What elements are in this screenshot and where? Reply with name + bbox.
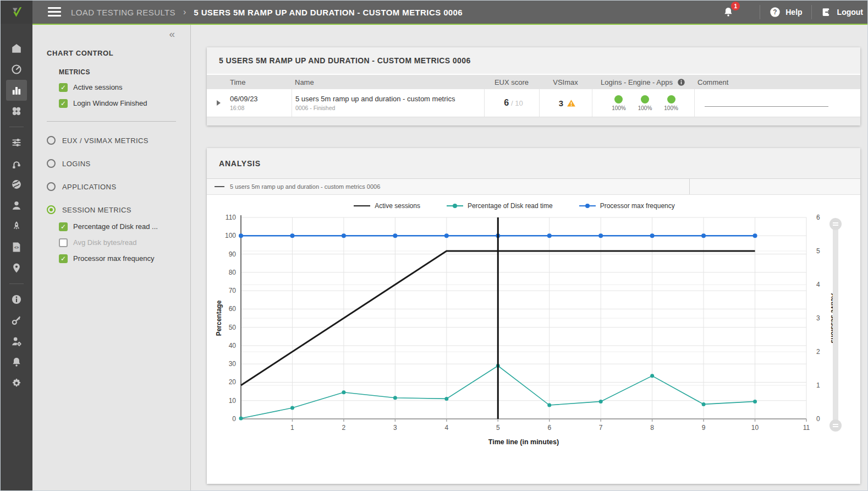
sidebar-item-location-pin[interactable] [6, 258, 27, 279]
svg-text:Time line (in minutes): Time line (in minutes) [488, 438, 559, 446]
sidebar-icon-rail: <> [1, 38, 32, 394]
sidebar-item-gauge[interactable] [6, 59, 27, 80]
svg-text:?: ? [773, 8, 777, 16]
rocket-icon [10, 220, 23, 232]
green-dot-icon [641, 95, 649, 103]
checkbox-avg-disk-bytes-read[interactable]: Avg Disk bytes/read [59, 234, 190, 250]
chart-control-title: CHART CONTROL [47, 49, 190, 57]
sidebar-item-rocket[interactable] [6, 216, 27, 237]
svg-text:70: 70 [229, 287, 237, 294]
sidebar-item-info[interactable] [6, 289, 27, 310]
header-cell-logins-engine-apps[interactable]: Logins - Engine - Apps [592, 78, 694, 86]
sidebar-item-gear[interactable] [6, 373, 27, 394]
divider [760, 5, 760, 19]
legend-item-processor-max-frequency[interactable]: Processor max frequency [579, 202, 675, 210]
radio-label: EUX / VSIMAX METRICS [62, 137, 149, 145]
chart-control-panel: « CHART CONTROL METRICS ✓Active sessions… [32, 25, 191, 490]
expand-row-icon[interactable] [217, 100, 221, 106]
eux-score-total: / 10 [511, 99, 523, 107]
checkbox-checked-icon[interactable]: ✓ [59, 254, 68, 263]
checkbox-processor-max-frequency[interactable]: ✓Processor max frequency [59, 250, 190, 266]
checkbox-login-window-finished[interactable]: ✓Login Window Finished [59, 95, 190, 111]
radio-unselected-icon[interactable] [47, 159, 56, 168]
app-window: <> LOAD TESTING RESULTS › 5 USERS 5M RAM… [0, 0, 868, 491]
checkbox-percentage-of-disk-read[interactable]: ✓Percentage of Disk read ... [59, 219, 190, 234]
checkbox-active-sessions[interactable]: ✓Active sessions [59, 79, 190, 95]
header-cell-eux-score[interactable]: EUX score [484, 78, 539, 86]
checkbox-checked-icon[interactable]: ✓ [59, 99, 68, 108]
logout-button[interactable]: Logout [821, 6, 863, 18]
header-cell-vsimax[interactable]: VSImax [539, 78, 592, 86]
run-name: 5 users 5m ramp up and duration - custom… [295, 95, 484, 103]
legend-label: Processor max frequency [600, 202, 675, 210]
radio-logins[interactable]: LOGINS [47, 159, 190, 168]
radio-session-metrics[interactable]: SESSION METRICS [47, 205, 190, 214]
checkbox-checked-icon[interactable]: ✓ [59, 83, 68, 92]
checkbox-checked-icon[interactable]: ✓ [59, 222, 68, 231]
radio-unselected-icon[interactable] [47, 136, 56, 145]
slider-handle-top[interactable] [829, 218, 842, 230]
slider-handle-bottom[interactable] [829, 419, 842, 432]
svg-text:0: 0 [232, 415, 236, 423]
svg-text:2: 2 [342, 424, 346, 432]
chart-canvas: 0102030405060708090100110012345612345678… [212, 214, 839, 459]
svg-text:1: 1 [816, 381, 820, 389]
help-button[interactable]: ? Help [769, 6, 802, 18]
help-icon: ? [769, 6, 781, 18]
svg-text:60: 60 [229, 305, 237, 313]
chart-zoom-slider[interactable] [829, 218, 842, 432]
info-icon[interactable] [677, 78, 685, 86]
legend-label: Active sessions [375, 202, 420, 210]
notifications-button[interactable]: 1 [720, 4, 737, 20]
sidebar-item-globe[interactable] [6, 174, 27, 195]
header-cell-time[interactable]: Time [227, 78, 292, 86]
header-cell-name[interactable]: Name [292, 78, 484, 86]
legend-item-percentage-of-disk-read-time[interactable]: Percentage of Disk read time [447, 202, 553, 210]
session-metric-options: ✓Percentage of Disk read ...Avg Disk byt… [32, 219, 190, 266]
divider [811, 5, 812, 19]
series-run-label[interactable]: 5 users 5m ramp up and duration - custom… [230, 183, 380, 190]
collapse-panel-button[interactable]: « [169, 28, 175, 40]
page-title: 5 USERS 5M RAMP UP AND DURATION - CUSTOM… [194, 8, 463, 17]
radio-eux-vsimax-metrics[interactable]: EUX / VSIMAX METRICS [47, 136, 190, 145]
sidebar-item-apps[interactable] [6, 101, 27, 122]
apps-icon [10, 105, 23, 117]
sidebar-item-workflow[interactable] [6, 153, 27, 174]
radio-selected-icon[interactable] [47, 205, 56, 214]
sidebar-divider [9, 283, 24, 284]
table-row[interactable]: 06/09/23 16:08 5 users 5m ramp up and du… [207, 89, 860, 117]
radio-applications[interactable]: APPLICATIONS [47, 182, 190, 191]
indicator-percent: 100% [664, 105, 678, 111]
radio-unselected-icon[interactable] [47, 182, 56, 191]
legend-item-active-sessions[interactable]: Active sessions [354, 202, 420, 210]
svg-text:50: 50 [229, 324, 237, 331]
metrics-group-label: METRICS [59, 68, 190, 76]
sidebar-item-bar-chart[interactable] [6, 80, 27, 101]
sidebar-item-key[interactable] [6, 310, 27, 331]
home-icon [10, 42, 23, 54]
code-file-icon: <> [10, 241, 23, 253]
sidebar-item-user-settings[interactable] [6, 331, 27, 352]
header-cell-comment[interactable]: Comment [694, 78, 860, 86]
comment-input[interactable] [705, 106, 828, 107]
sidebar-item-bell[interactable] [6, 352, 27, 373]
svg-text:20: 20 [229, 378, 237, 386]
svg-text:90: 90 [229, 250, 237, 258]
radio-label: LOGINS [62, 160, 91, 168]
checkbox-label: Login Window Finished [73, 99, 147, 107]
checkbox-unchecked-icon[interactable] [59, 238, 68, 247]
run-status: 0006 - Finished [295, 105, 484, 111]
sidebar: <> [1, 1, 32, 490]
sidebar-item-home[interactable] [6, 38, 27, 59]
gauge-icon [10, 63, 23, 75]
breadcrumb-section[interactable]: LOAD TESTING RESULTS [71, 8, 175, 17]
location-pin-icon [10, 262, 23, 274]
sidebar-item-user[interactable] [6, 195, 27, 216]
svg-text:5: 5 [496, 424, 500, 432]
sliders-icon [10, 137, 23, 149]
app-logo-icon[interactable] [1, 1, 32, 24]
slider-track[interactable] [833, 222, 838, 427]
menu-button[interactable] [48, 7, 61, 17]
sidebar-item-sliders[interactable] [6, 132, 27, 153]
sidebar-item-code-file[interactable]: <> [6, 237, 27, 258]
